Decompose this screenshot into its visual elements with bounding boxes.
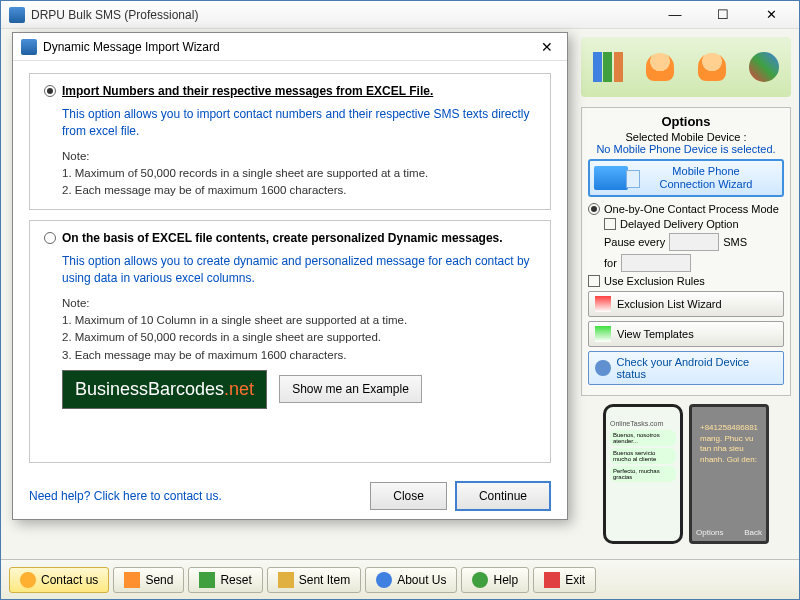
for-label: for — [604, 257, 617, 269]
radio-icon — [588, 203, 600, 215]
help-icon — [472, 572, 488, 588]
bottom-toolbar: Contact us Send Reset Sent Item About Us… — [1, 559, 799, 599]
templates-icon — [595, 326, 611, 342]
smartphone-preview: OnlineTasks.com Buenos, nosotros atender… — [603, 404, 683, 544]
sms-label: SMS — [723, 236, 747, 248]
option1-label: Import Numbers and their respective mess… — [62, 84, 433, 98]
person-icon — [646, 53, 674, 81]
option2-note-label: Note: — [62, 295, 536, 312]
exclusion-icon — [595, 296, 611, 312]
option2-label: On the basis of EXCEL file contents, cre… — [62, 231, 503, 245]
monitor-phone-icon — [594, 166, 628, 190]
option1-radio[interactable]: Import Numbers and their respective mess… — [44, 84, 536, 98]
dialog-close-btn[interactable]: Close — [370, 482, 447, 510]
delayed-label: Delayed Delivery Option — [620, 218, 739, 230]
about-us-button[interactable]: About Us — [365, 567, 457, 593]
pie-chart-icon — [749, 52, 779, 82]
reset-button[interactable]: Reset — [188, 567, 262, 593]
feature-phone-preview: +841258486881 mang. Phuc vu tan nha sieu… — [689, 404, 769, 544]
connection-wizard-label: Mobile Phone Connection Wizard — [634, 165, 778, 191]
app-title: DRPU Bulk SMS (Professional) — [31, 8, 655, 22]
option2-note3: 3. Each message may be of maximum 1600 c… — [62, 347, 536, 364]
folder-icon — [278, 572, 294, 588]
dialog-title: Dynamic Message Import Wizard — [43, 40, 535, 54]
selected-device-label: Selected Mobile Device : — [588, 131, 784, 143]
exclusion-label: Use Exclusion Rules — [604, 275, 705, 287]
options-panel: Options Selected Mobile Device : No Mobi… — [581, 107, 791, 396]
option1-desc: This option allows you to import contact… — [62, 106, 536, 140]
gear-icon — [595, 360, 611, 376]
sent-item-button[interactable]: Sent Item — [267, 567, 361, 593]
contact-us-button[interactable]: Contact us — [9, 567, 109, 593]
dialog-icon — [21, 39, 37, 55]
delayed-delivery-checkbox[interactable]: Delayed Delivery Option — [604, 218, 784, 230]
view-templates-button[interactable]: View Templates — [588, 321, 784, 347]
option1-note-label: Note: — [62, 148, 536, 165]
info-icon — [376, 572, 392, 588]
dialog-title-bar: Dynamic Message Import Wizard ✕ — [13, 33, 567, 61]
show-example-button[interactable]: Show me an Example — [279, 375, 422, 403]
process-mode-label: One-by-One Contact Process Mode — [604, 203, 779, 215]
reset-icon — [199, 572, 215, 588]
maximize-button[interactable]: ☐ — [703, 5, 743, 25]
person-icon — [698, 53, 726, 81]
checkbox-icon — [588, 275, 600, 287]
device-status: No Mobile Phone Device is selected. — [588, 143, 784, 155]
exit-icon — [544, 572, 560, 588]
minimize-button[interactable]: — — [655, 5, 695, 25]
options-title: Options — [588, 114, 784, 129]
exit-button[interactable]: Exit — [533, 567, 596, 593]
main-title-bar: DRPU Bulk SMS (Professional) — ☐ ✕ — [1, 1, 799, 29]
close-button[interactable]: ✕ — [751, 5, 791, 25]
option2-desc: This option allows you to create dynamic… — [62, 253, 536, 287]
app-icon — [9, 7, 25, 23]
dialog-continue-btn[interactable]: Continue — [455, 481, 551, 511]
option1-note1: 1. Maximum of 50,000 records in a single… — [62, 165, 536, 182]
pause-label: Pause every — [604, 236, 665, 248]
business-barcodes-banner: BusinessBarcodes.net — [62, 370, 267, 409]
send-button[interactable]: Send — [113, 567, 184, 593]
option2-note1: 1. Maximum of 10 Column in a single shee… — [62, 312, 536, 329]
check-android-button[interactable]: Check your Android Device status — [588, 351, 784, 385]
help-button[interactable]: Help — [461, 567, 529, 593]
option2-block: On the basis of EXCEL file contents, cre… — [29, 220, 551, 463]
import-wizard-dialog: Dynamic Message Import Wizard ✕ Import N… — [12, 32, 568, 520]
checkbox-icon — [604, 218, 616, 230]
process-mode-radio[interactable]: One-by-One Contact Process Mode — [588, 203, 784, 215]
option2-radio[interactable]: On the basis of EXCEL file contents, cre… — [44, 231, 536, 245]
header-graphic — [581, 37, 791, 97]
contact-icon — [20, 572, 36, 588]
radio-icon — [44, 85, 56, 97]
pause-count-combo[interactable] — [669, 233, 719, 251]
radio-icon — [44, 232, 56, 244]
option1-note2: 2. Each message may be of maximum 1600 c… — [62, 182, 536, 199]
phone-previews: OnlineTasks.com Buenos, nosotros atender… — [581, 404, 791, 544]
bars-icon — [593, 52, 623, 82]
option2-note2: 2. Maximum of 50,000 records in a single… — [62, 329, 536, 346]
option1-block: Import Numbers and their respective mess… — [29, 73, 551, 210]
exclusion-checkbox[interactable]: Use Exclusion Rules — [588, 275, 784, 287]
exclusion-wizard-button[interactable]: Exclusion List Wizard — [588, 291, 784, 317]
pause-duration-combo[interactable] — [621, 254, 691, 272]
envelope-icon — [124, 572, 140, 588]
connection-wizard-button[interactable]: Mobile Phone Connection Wizard — [588, 159, 784, 197]
dialog-close-button[interactable]: ✕ — [535, 39, 559, 55]
help-link[interactable]: Need help? Click here to contact us. — [29, 489, 222, 503]
